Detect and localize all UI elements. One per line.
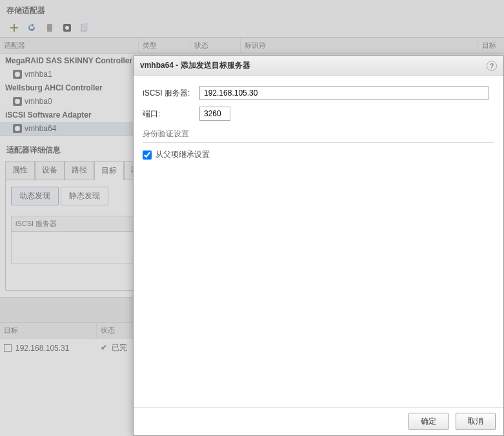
label-port: 端口: — [143, 109, 199, 119]
port-input[interactable] — [199, 107, 230, 121]
inherit-checkbox-row[interactable]: 从父项继承设置 — [143, 149, 494, 160]
inherit-label: 从父项继承设置 — [156, 149, 210, 160]
dialog-footer: 确定 取消 — [134, 407, 503, 435]
inherit-checkbox[interactable] — [143, 151, 152, 160]
help-icon[interactable]: ? — [487, 61, 497, 71]
iscsi-server-input[interactable] — [199, 86, 489, 100]
auth-section-header: 身份验证设置 — [143, 129, 494, 143]
dialog-title-text: vmhba64 - 添加发送目标服务器 — [140, 60, 250, 71]
label-iscsi-server: iSCSI 服务器: — [143, 88, 199, 99]
dialog-titlebar: vmhba64 - 添加发送目标服务器 ? — [134, 56, 503, 76]
dialog-body: iSCSI 服务器: 端口: 身份验证设置 从父项继承设置 — [134, 76, 503, 407]
ok-button[interactable]: 确定 — [408, 413, 449, 430]
add-target-dialog: vmhba64 - 添加发送目标服务器 ? iSCSI 服务器: 端口: 身份验… — [133, 56, 504, 436]
cancel-button[interactable]: 取消 — [456, 413, 496, 430]
